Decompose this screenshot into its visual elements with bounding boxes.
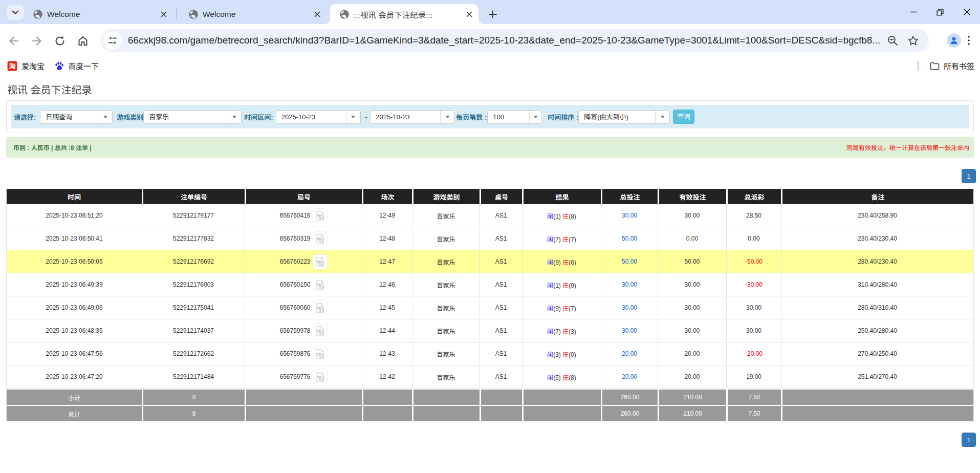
restore-button[interactable] bbox=[927, 0, 953, 24]
page-1-button[interactable]: 1 bbox=[962, 433, 976, 447]
chevron-down-icon bbox=[12, 10, 19, 15]
cell-total-bet[interactable]: 30.00 bbox=[601, 273, 658, 296]
bookmark-baidu[interactable]: 百度一下 bbox=[51, 59, 103, 73]
total-bet-link[interactable]: 50.00 bbox=[622, 235, 637, 242]
address-bar[interactable]: 66cxkj98.com/game/betrecord_search/kind3… bbox=[101, 29, 929, 52]
cell-payout: -30.00 bbox=[726, 273, 781, 296]
video-replay-button[interactable] bbox=[313, 208, 328, 223]
cell-total-bet[interactable]: 50.00 bbox=[601, 250, 658, 273]
table-row: 2025-10-23 06:50:41522912177832656760319… bbox=[7, 227, 973, 250]
video-replay-button[interactable] bbox=[313, 347, 328, 361]
video-record-icon bbox=[315, 326, 325, 336]
sum-empty bbox=[412, 389, 480, 405]
cell-total-bet[interactable]: 30.00 bbox=[601, 296, 658, 319]
total-bet-link[interactable]: 30.00 bbox=[622, 281, 637, 288]
all-bookmarks-button[interactable]: 所有书签 bbox=[930, 60, 974, 71]
cell-total-bet[interactable]: 30.00 bbox=[601, 319, 658, 342]
page-1-button[interactable]: 1 bbox=[962, 169, 976, 183]
tab-close-icon[interactable] bbox=[465, 10, 473, 18]
bookmark-star-icon[interactable] bbox=[908, 35, 919, 46]
close-window-button[interactable] bbox=[953, 0, 980, 24]
page-size-value[interactable]: 100 bbox=[488, 111, 529, 123]
total-bet-link[interactable]: 30.00 bbox=[622, 212, 637, 219]
sort-order-combo[interactable]: 降幂(由大到小) bbox=[578, 110, 670, 124]
tab-close-icon[interactable] bbox=[160, 10, 168, 18]
date-end-value[interactable]: 2025-10-23 bbox=[371, 111, 440, 123]
tab-search-button[interactable] bbox=[7, 5, 24, 20]
reload-button[interactable] bbox=[53, 34, 67, 48]
total-bet-link[interactable]: 20.00 bbox=[622, 373, 637, 380]
combo-dropdown-button[interactable] bbox=[227, 111, 241, 123]
video-replay-button[interactable] bbox=[313, 254, 328, 269]
video-record-icon bbox=[315, 233, 325, 244]
page-size-combo[interactable]: 100 bbox=[487, 110, 542, 124]
date-start-combo[interactable]: 2025-10-23 bbox=[276, 110, 361, 124]
cell-total-bet[interactable]: 30.00 bbox=[601, 204, 658, 227]
video-replay-button[interactable] bbox=[313, 231, 328, 246]
tab-welcome-1[interactable]: Welcome bbox=[24, 4, 173, 24]
cell-total-bet[interactable]: 50.00 bbox=[601, 227, 658, 250]
svg-text:淘: 淘 bbox=[9, 61, 16, 71]
cell-result: 闲(5) 庄(8) bbox=[522, 365, 601, 389]
tab-welcome-2[interactable]: Welcome bbox=[179, 4, 326, 24]
video-replay-button[interactable] bbox=[313, 370, 328, 384]
url-text[interactable]: 66cxkj98.com/game/betrecord_search/kind3… bbox=[128, 35, 880, 46]
result-player: 闲 bbox=[547, 282, 553, 289]
cell-round-number: 656759876 bbox=[279, 350, 310, 357]
profile-avatar[interactable] bbox=[947, 33, 961, 48]
game-type-combo[interactable]: 百家乐 bbox=[143, 110, 242, 124]
column-header: 结果 bbox=[522, 189, 601, 204]
sort-order-value[interactable]: 降幂(由大到小) bbox=[579, 111, 655, 123]
page-title: 视讯 会员下注纪录 bbox=[7, 84, 974, 97]
bookmark-taobao[interactable]: 淘 爱淘宝 bbox=[3, 59, 49, 73]
column-header: 总投注 bbox=[601, 189, 658, 204]
combo-dropdown-button[interactable] bbox=[346, 111, 360, 123]
cell-total-bet[interactable]: 20.00 bbox=[601, 365, 658, 389]
sum-empty bbox=[245, 389, 362, 405]
cell-round: 656760223 bbox=[245, 250, 362, 273]
cell-valid-bet: 30.00 bbox=[658, 296, 726, 319]
video-replay-button[interactable] bbox=[313, 300, 328, 315]
date-end-combo[interactable]: 2025-10-23 bbox=[370, 110, 455, 124]
cell-session: 12-44 bbox=[362, 319, 412, 342]
back-button[interactable] bbox=[7, 34, 21, 48]
game-type-value[interactable]: 百家乐 bbox=[144, 111, 227, 123]
forward-button[interactable] bbox=[30, 34, 44, 48]
payout-value: 19.00 bbox=[746, 373, 761, 380]
query-type-combo[interactable]: 日期查询 bbox=[40, 110, 113, 124]
zoom-out-icon[interactable] bbox=[887, 35, 898, 46]
combo-dropdown-button[interactable] bbox=[98, 111, 112, 123]
total-bet-link[interactable]: 30.00 bbox=[622, 304, 637, 311]
cell-session: 12-42 bbox=[362, 365, 412, 389]
payout-value: 28.50 bbox=[746, 212, 761, 219]
cell-time: 2025-10-23 06:47:56 bbox=[7, 342, 142, 365]
minimize-button[interactable] bbox=[900, 0, 927, 24]
combo-dropdown-button[interactable] bbox=[529, 111, 541, 123]
result-banker: 庄 bbox=[562, 259, 569, 266]
sum-count: 8 bbox=[142, 405, 245, 421]
tab-betrecord-active[interactable]: :::视讯 会员下注纪录::: bbox=[330, 4, 478, 24]
home-button[interactable] bbox=[76, 34, 90, 48]
cell-time: 2025-10-23 06:50:05 bbox=[7, 250, 142, 273]
site-settings-button[interactable] bbox=[103, 31, 122, 50]
total-bet-link[interactable]: 20.00 bbox=[622, 350, 637, 357]
tab-close-icon[interactable] bbox=[313, 10, 321, 18]
video-replay-button[interactable] bbox=[313, 277, 328, 292]
total-bet-link[interactable]: 30.00 bbox=[622, 327, 637, 334]
game-type-label: 游戏类别 bbox=[117, 112, 143, 122]
date-start-value[interactable]: 2025-10-23 bbox=[276, 111, 346, 123]
combo-dropdown-button[interactable] bbox=[655, 111, 669, 123]
cell-game-type: 百家乐 bbox=[412, 204, 480, 227]
search-button[interactable]: 查询 bbox=[673, 110, 694, 124]
table-row: 2025-10-23 06:49:39522912176003656760150… bbox=[7, 273, 973, 296]
total-bet-link[interactable]: 50.00 bbox=[622, 258, 637, 265]
table-row: 2025-10-23 06:50:05522912176692656760223… bbox=[7, 250, 973, 273]
cell-total-bet[interactable]: 20.00 bbox=[601, 342, 658, 365]
combo-dropdown-button[interactable] bbox=[440, 111, 454, 123]
cell-round-number: 656759978 bbox=[279, 327, 310, 334]
cell-valid-bet: 0.00 bbox=[658, 227, 726, 250]
video-replay-button[interactable] bbox=[313, 324, 328, 338]
browser-menu-button[interactable] bbox=[962, 34, 975, 47]
new-tab-button[interactable] bbox=[486, 8, 499, 21]
query-type-value[interactable]: 日期查询 bbox=[40, 111, 98, 123]
